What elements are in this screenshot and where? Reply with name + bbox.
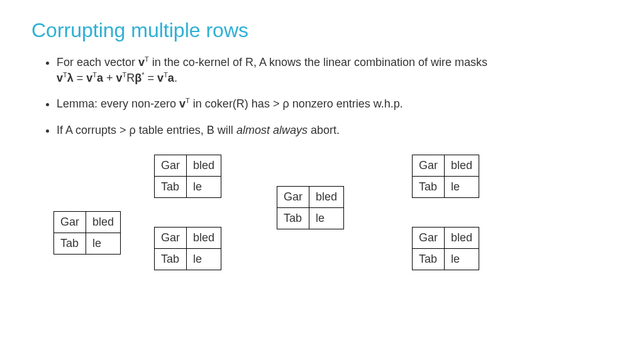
table-cell: bled: [187, 155, 221, 176]
garbled-table: GarbledTable: [412, 227, 479, 270]
text: almost always: [236, 124, 308, 136]
table-cell: Gar: [277, 186, 309, 207]
slide-title: Corrupting multiple rows: [31, 19, 613, 42]
table-cell: bled: [86, 211, 121, 233]
table-cell: Tab: [277, 207, 309, 229]
text: λ: [67, 72, 74, 84]
text: v: [86, 72, 92, 84]
table-cell: bled: [309, 186, 344, 207]
text: =: [74, 72, 87, 84]
table-cell: Gar: [155, 227, 187, 248]
text: T: [164, 71, 168, 79]
text: T: [145, 55, 149, 63]
table-cell: Gar: [413, 155, 445, 176]
text: v: [138, 56, 145, 69]
bullet-3: If A corrupts > ρ table entries, B will …: [57, 123, 613, 138]
text: =: [145, 72, 158, 84]
text: v: [57, 72, 63, 84]
text: v: [116, 72, 123, 84]
text: Lemma: every non-zero: [57, 97, 179, 110]
text: β: [135, 72, 142, 84]
text: in coker(R) has > ρ nonzero entries w.h.…: [190, 97, 403, 110]
tables-container: GarbledTableGarbledTableGarbledTableGarb…: [31, 148, 613, 324]
text: abort.: [308, 124, 340, 136]
text: a: [97, 72, 103, 84]
text: If A corrupts > ρ table entries, B will: [57, 124, 236, 136]
bullet-2: Lemma: every non-zero vT in coker(R) has…: [57, 96, 613, 112]
text: +: [103, 72, 116, 84]
text: .: [174, 72, 177, 84]
table-cell: le: [86, 233, 121, 254]
text: v: [179, 97, 186, 110]
table-cell: Tab: [413, 248, 445, 270]
table-cell: Tab: [155, 248, 187, 270]
text: R: [126, 72, 135, 84]
text: For each vector: [57, 56, 138, 69]
garbled-table: GarbledTable: [154, 227, 221, 270]
text: in the co-kernel of R, A knows the linea…: [149, 56, 487, 69]
table-cell: Tab: [413, 176, 445, 197]
bullet-list: For each vector vT in the co-kernel of R…: [31, 55, 613, 138]
text: T: [63, 71, 67, 79]
table-cell: Gar: [413, 227, 445, 248]
garbled-table: GarbledTable: [53, 211, 121, 255]
table-cell: Gar: [155, 155, 187, 176]
table-cell: le: [445, 248, 479, 270]
text: T: [186, 97, 190, 104]
text: v: [157, 72, 164, 84]
table-cell: bled: [187, 227, 221, 248]
garbled-table: GarbledTable: [277, 186, 344, 229]
table-cell: le: [187, 248, 221, 270]
bullet-1: For each vector vT in the co-kernel of R…: [57, 55, 613, 86]
table-cell: bled: [445, 155, 479, 176]
table-cell: Tab: [155, 176, 187, 197]
table-cell: Tab: [54, 233, 86, 254]
table-cell: le: [445, 176, 479, 197]
table-cell: le: [187, 176, 221, 197]
table-cell: le: [309, 207, 344, 229]
table-cell: bled: [445, 227, 479, 248]
garbled-table: GarbledTable: [412, 155, 479, 198]
table-cell: Gar: [54, 211, 86, 233]
text: a: [168, 72, 174, 84]
garbled-table: GarbledTable: [154, 155, 221, 198]
